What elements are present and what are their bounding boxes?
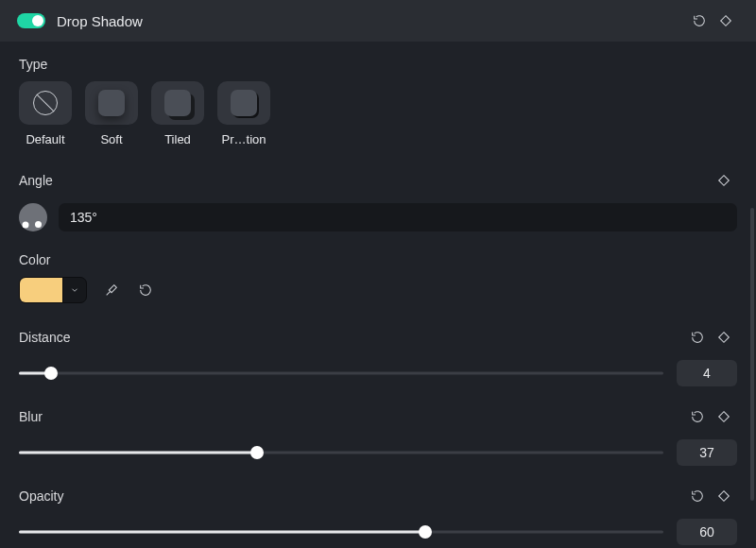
- scrollbar[interactable]: [750, 208, 754, 501]
- opacity-track-fill: [19, 531, 425, 534]
- eyedropper-icon[interactable]: [102, 281, 121, 300]
- keyframe-distance-icon[interactable]: [711, 324, 737, 351]
- keyframe-angle-icon[interactable]: [711, 167, 737, 194]
- angle-dial[interactable]: [19, 203, 47, 231]
- reset-panel-icon[interactable]: [686, 8, 713, 34]
- opacity-section: Opacity: [19, 483, 737, 545]
- type-thumb-default: [19, 81, 72, 125]
- panel-title: Drop Shadow: [57, 13, 143, 29]
- blur-thumb[interactable]: [250, 446, 264, 459]
- angle-input[interactable]: [59, 203, 737, 231]
- reset-blur-icon[interactable]: [684, 403, 711, 430]
- type-option-label: Default: [26, 132, 64, 146]
- angle-label-text: Angle: [19, 173, 53, 188]
- type-label: Type: [19, 57, 737, 72]
- type-option-default[interactable]: Default: [19, 81, 72, 146]
- type-option-label: Soft: [100, 132, 122, 146]
- type-option-label: Pr…tion: [222, 132, 266, 146]
- type-section: Type Default Soft Tiled: [19, 57, 737, 146]
- blur-track-fill: [19, 452, 257, 454]
- opacity-thumb[interactable]: [419, 525, 432, 539]
- opacity-label: Opacity: [19, 488, 63, 504]
- no-shadow-icon: [33, 91, 58, 115]
- type-option-soft[interactable]: Soft: [85, 81, 138, 146]
- type-option-tiled[interactable]: Tiled: [151, 81, 204, 146]
- distance-thumb[interactable]: [44, 367, 58, 380]
- type-thumb-projection: [217, 81, 270, 125]
- color-dropdown-caret[interactable]: [63, 278, 86, 302]
- opacity-value-input[interactable]: [677, 519, 737, 545]
- enable-toggle[interactable]: [17, 13, 45, 28]
- type-option-label: Tiled: [164, 132, 191, 146]
- distance-section: Distance: [19, 324, 737, 386]
- color-swatch[interactable]: [20, 278, 63, 302]
- keyframe-panel-icon[interactable]: [713, 8, 739, 34]
- blur-slider[interactable]: [19, 445, 663, 460]
- type-option-projection[interactable]: Pr…tion: [217, 81, 270, 146]
- blur-value-input[interactable]: [677, 439, 737, 466]
- blur-label: Blur: [19, 409, 43, 424]
- type-thumb-tiled: [151, 81, 204, 125]
- type-options: Default Soft Tiled Pr…tion: [19, 81, 737, 146]
- keyframe-opacity-icon[interactable]: [711, 483, 737, 509]
- distance-slider[interactable]: [19, 366, 663, 381]
- keyframe-blur-icon[interactable]: [711, 403, 737, 430]
- angle-label: Angle: [19, 167, 737, 194]
- color-swatch-group: [19, 277, 87, 303]
- panel-header: Drop Shadow: [0, 0, 756, 42]
- reset-color-icon[interactable]: [136, 281, 155, 300]
- distance-label: Distance: [19, 330, 70, 345]
- color-section: Color: [19, 252, 737, 303]
- angle-section: Angle: [19, 167, 737, 231]
- opacity-slider[interactable]: [19, 524, 663, 539]
- type-thumb-soft: [85, 81, 138, 125]
- reset-distance-icon[interactable]: [684, 324, 711, 351]
- distance-value-input[interactable]: [677, 360, 737, 386]
- color-label: Color: [19, 252, 737, 267]
- reset-opacity-icon[interactable]: [684, 483, 711, 509]
- blur-section: Blur: [19, 403, 737, 466]
